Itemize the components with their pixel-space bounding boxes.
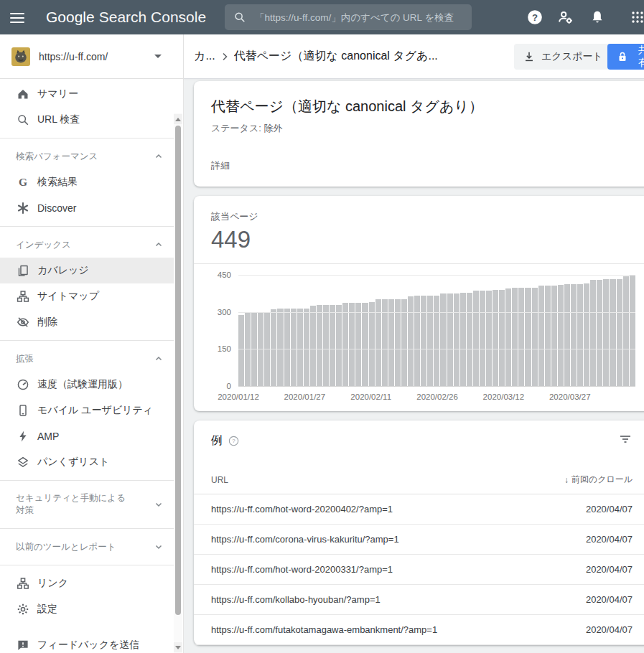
- export-button[interactable]: エクスポート: [514, 44, 615, 70]
- chart-bar: [271, 309, 276, 387]
- sidebar-item-google-g[interactable]: G 検索結果: [0, 169, 174, 195]
- sidebar-item-label: リンク: [37, 577, 68, 590]
- sidebar-item-breadcrumbs-layers[interactable]: パンくずリスト: [0, 449, 174, 475]
- row-url[interactable]: https://u-ff.com/corona-virus-kakuritu/?…: [211, 534, 399, 545]
- links-hub-icon: [16, 576, 30, 591]
- chart-bar: [323, 305, 329, 387]
- row-last-crawl-date: 2020/04/07: [586, 504, 633, 515]
- sidebar-section-header[interactable]: セキュリティと手動による対策: [0, 486, 174, 523]
- breadcrumb-bar: カ... 代替ページ（適切な canonical タグあ... エクスポート 共…: [184, 34, 644, 79]
- row-url[interactable]: https://u-ff.com/hot-word-20200331/?amp=…: [211, 564, 393, 575]
- chevron-up-icon: [154, 152, 163, 161]
- table-row[interactable]: https://u-ff.com/futakotamagawa-embankme…: [194, 615, 644, 645]
- sidebar-scrollbar[interactable]: [174, 113, 182, 653]
- notifications-bell-icon[interactable]: [586, 6, 609, 29]
- chart-bar: [440, 293, 446, 387]
- chart-bar: [532, 288, 538, 387]
- sidebar-item-coverage-pages[interactable]: カバレッジ: [0, 258, 174, 283]
- sort-descending-arrow-icon: ↓: [564, 475, 569, 485]
- chart-bar: [473, 291, 479, 387]
- page-title: 代替ページ（適切な canonical タグあり）: [211, 97, 633, 116]
- sidebar-item-discover-asterisk[interactable]: Discover: [0, 195, 174, 221]
- metric-value: 449: [211, 226, 633, 253]
- chart-bar: [538, 286, 544, 387]
- chart-bar: [330, 305, 335, 387]
- sidebar-item-amp-bolt[interactable]: AMP: [0, 423, 174, 449]
- row-url[interactable]: https://u-ff.com/kollabo-hyouban/?amp=1: [211, 594, 381, 605]
- sidebar-section-header[interactable]: 検索パフォーマンス: [0, 144, 174, 169]
- chart-bar: [617, 279, 622, 387]
- details-expander[interactable]: 詳細: [211, 159, 633, 172]
- chart-bar: [355, 303, 361, 387]
- help-button[interactable]: ?: [523, 6, 546, 29]
- sidebar-item-url-inspect-search[interactable]: URL 検査: [0, 107, 174, 133]
- status-badge: ステータス: 除外: [211, 122, 633, 135]
- table-row[interactable]: https://u-ff.com/hot-word-20200402/?amp=…: [194, 494, 644, 525]
- url-inspection-searchbox[interactable]: [225, 4, 472, 30]
- column-header-last-crawl[interactable]: ↓ 前回のクロール: [564, 474, 633, 486]
- y-axis-tick-label: 0: [227, 382, 231, 390]
- url-inspect-search-icon: [16, 113, 30, 127]
- sidebar-divider: [0, 565, 174, 565]
- sidebar-item-settings-gear[interactable]: 設定: [0, 596, 174, 622]
- sidebar-divider: [0, 138, 174, 138]
- scroll-down-arrow-icon[interactable]: [174, 642, 182, 652]
- property-selector[interactable]: https://u-ff.com/: [0, 34, 183, 79]
- row-url[interactable]: https://u-ff.com/hot-word-20200402/?amp=…: [211, 504, 393, 515]
- top-app-bar: Google Search Console ?: [0, 0, 644, 34]
- status-card: 代替ページ（適切な canonical タグあり） ステータス: 除外 詳細: [194, 81, 644, 187]
- sidebar-item-speed-gauge[interactable]: 速度（試験運用版）: [0, 372, 174, 398]
- scrollbar-thumb[interactable]: [175, 126, 181, 615]
- search-icon: [233, 11, 246, 24]
- chart-bar: [558, 285, 564, 387]
- sidebar-section-header[interactable]: インデックス: [0, 232, 174, 258]
- scroll-up-arrow-icon[interactable]: [174, 114, 182, 124]
- app-logo[interactable]: Google Search Console: [46, 0, 206, 34]
- sidebar-section-header[interactable]: 拡張: [0, 346, 174, 372]
- sidebar-item-home[interactable]: サマリー: [0, 81, 174, 107]
- metric-label: 該当ページ: [211, 210, 633, 223]
- sidebar-item-label: 検索結果: [37, 176, 78, 189]
- sidebar-item-label: フィードバックを送信: [37, 639, 139, 652]
- help-circle-icon[interactable]: ?: [228, 436, 239, 446]
- search-input[interactable]: [253, 11, 463, 24]
- column-header-url[interactable]: URL: [211, 475, 228, 485]
- content-scroll-area: 代替ページ（適切な canonical タグあり） ステータス: 除外 詳細 該…: [184, 79, 644, 645]
- sidebar-item-removals-eye-off[interactable]: 削除: [0, 309, 174, 335]
- chart-header: 該当ページ 449: [194, 196, 644, 264]
- table-row[interactable]: https://u-ff.com/corona-virus-kakuritu/?…: [194, 525, 644, 555]
- screenshot-viewport: Google Search Console ? https://u-ff.c: [0, 0, 644, 653]
- examples-table-body: https://u-ff.com/hot-word-20200402/?amp=…: [194, 494, 644, 645]
- row-last-crawl-date: 2020/04/07: [586, 564, 633, 575]
- chart-bars: [238, 276, 635, 387]
- sidebar-item-feedback[interactable]: フィードバックを送信: [0, 632, 174, 653]
- settings-gear-icon: [16, 602, 30, 616]
- x-axis-tick-label: 2020/02/26: [416, 393, 458, 401]
- hamburger-menu-icon[interactable]: [10, 10, 24, 24]
- chart-bar: [342, 303, 348, 387]
- table-row[interactable]: https://u-ff.com/kollabo-hyouban/?amp=1 …: [194, 585, 644, 615]
- property-url: https://u-ff.com/: [39, 51, 108, 62]
- sidebar-section-header[interactable]: 以前のツールとレポート: [0, 534, 174, 560]
- sidebar-item-mobile-phone[interactable]: モバイル ユーザビリティ: [0, 398, 174, 423]
- share-button[interactable]: 共有: [607, 44, 644, 70]
- chart-plot-area: 0150300450: [238, 276, 635, 387]
- chart-bar: [447, 293, 453, 387]
- chart-bar: [584, 283, 589, 387]
- chart-bar: [590, 280, 596, 387]
- sidebar-item-sitemap[interactable]: サイトマップ: [0, 283, 174, 309]
- home-icon: [16, 87, 30, 101]
- chart-bar: [571, 284, 577, 387]
- table-row[interactable]: https://u-ff.com/hot-word-20200331/?amp=…: [194, 555, 644, 585]
- chart-bar: [427, 296, 433, 387]
- breadcrumb-coverage-link[interactable]: カ...: [194, 49, 215, 64]
- apps-grid-icon[interactable]: [626, 6, 644, 29]
- user-settings-icon[interactable]: [554, 6, 577, 29]
- logo-google-text: Google: [46, 9, 95, 26]
- filter-icon[interactable]: [618, 432, 633, 446]
- chart-bar: [486, 291, 492, 387]
- row-url[interactable]: https://u-ff.com/futakotamagawa-embankme…: [211, 624, 437, 635]
- logo-product-text: Search Console: [99, 9, 206, 26]
- sidebar-divider: [0, 480, 174, 481]
- sidebar-item-links-hub[interactable]: リンク: [0, 570, 174, 596]
